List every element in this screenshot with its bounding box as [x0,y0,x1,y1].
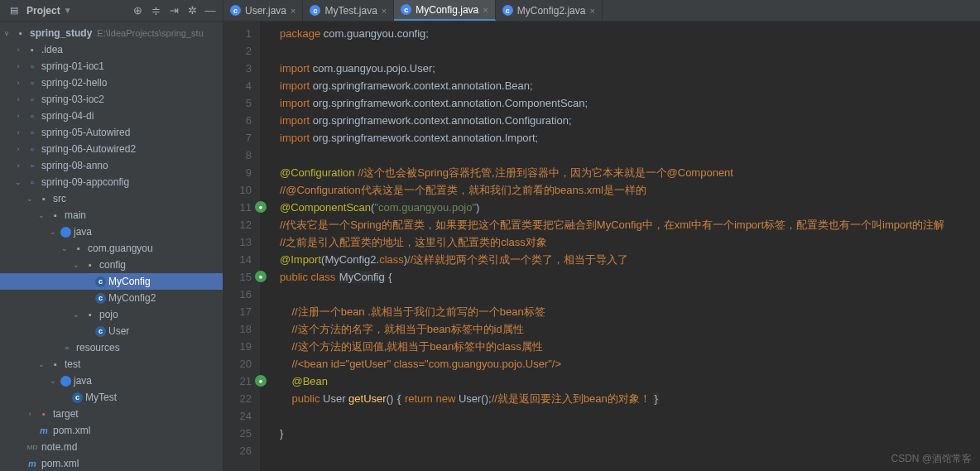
code-line[interactable]: //注册一个bean .就相当于我们之前写的一个bean标签 [280,303,980,320]
chevron-right-icon[interactable]: › [25,410,35,418]
tree-node[interactable]: ⌄▫spring-09-appconfig [0,174,223,190]
tree-node[interactable]: ›▫spring-04-di [0,108,223,124]
target-icon[interactable]: ⊕ [130,3,145,18]
tree-node[interactable]: mpom.xml [0,455,223,471]
tree-node[interactable]: ›▫spring-08-anno [0,157,223,174]
chevron-down-icon[interactable]: ⌄ [60,244,70,252]
tree-node[interactable]: cMyConfig [0,273,223,290]
chevron-down-icon[interactable]: v [2,29,12,37]
tree-node[interactable]: cMyConfig2 [0,290,223,306]
editor-tab[interactable]: cMyConfig2.java× [496,0,603,21]
chevron-right-icon[interactable]: › [13,112,23,120]
editor-tab[interactable]: cMyTest.java× [303,0,394,21]
close-icon[interactable]: × [589,6,594,16]
chevron-down-icon[interactable]: ⌄ [71,310,81,319]
tree-node[interactable]: ›▪.idea [0,41,223,58]
code-line[interactable]: } [280,425,980,442]
tree-node[interactable]: ›▫spring-03-ioc2 [0,91,223,108]
tree-node[interactable]: ›▪target [0,406,223,422]
tree-node[interactable]: cMyTest [0,389,223,406]
code-line[interactable]: import org.springframework.context.annot… [280,77,980,94]
chevron-down-icon[interactable]: ⌄ [36,211,46,219]
tree-root[interactable]: v ▪ spring_study E:\IdeaProjects\spring_… [0,25,223,41]
tree-node[interactable]: ⌄▪src [0,190,223,207]
code-line[interactable]: import org.springframework.context.annot… [280,112,980,129]
code-line[interactable]: @Configuration //这个也会被Spring容器托管,注册到容器中，… [280,164,980,181]
code-line[interactable] [280,286,980,303]
chevron-right-icon[interactable]: › [13,79,23,87]
line-number: 11● [230,199,252,216]
tree-node[interactable]: ⌄▪config [0,257,223,273]
editor-tab[interactable]: cUser.java× [223,0,303,21]
code-lines[interactable]: package com.guangyou.config;import com.g… [260,22,980,471]
chevron-down-icon[interactable]: ⌄ [25,195,35,203]
tree-node[interactable]: ⌄▪main [0,207,223,223]
tree-node[interactable]: ⌄java [0,372,223,389]
code-line[interactable] [280,42,980,60]
settings-icon[interactable]: ✲ [185,3,199,18]
tree-node[interactable]: ›▫spring-01-ioc1 [0,58,223,74]
code-line[interactable]: @ComponentScan("com.guangyou.pojo") [280,199,980,216]
code-line[interactable]: //@Configuration代表这是一个配置类，就和我们之前看的beans.… [280,181,980,199]
chevron-right-icon[interactable]: › [13,95,23,103]
chevron-down-icon[interactable]: ⌄ [36,360,46,368]
code-line[interactable]: import com.guangyou.pojo.User; [280,60,980,77]
mod-icon: ▫ [26,93,39,106]
code-line[interactable]: public class MyConfig { [280,268,980,286]
close-icon[interactable]: × [382,6,387,16]
code-line[interactable]: //这个方法的名字，就相当于bean标签中的id属性 [280,320,980,338]
code-editor[interactable]: 1234567891011●12131415●161718192021●2224… [223,22,980,471]
node-label: target [53,408,79,420]
gutter-bean-icon[interactable]: ● [255,375,267,387]
code-line[interactable]: import org.springframework.context.annot… [280,129,980,147]
close-icon[interactable]: × [291,6,295,16]
chevron-down-icon[interactable]: ⌄ [48,228,58,236]
code-line[interactable]: @Import(MyConfig2.class)//这样就把两个类引成一个类了，… [280,251,980,268]
chevron-right-icon[interactable]: › [13,145,23,153]
project-label[interactable]: Project [26,5,60,17]
close-icon[interactable]: × [483,5,488,15]
chevron-right-icon[interactable]: › [13,128,23,137]
gutter-bean-icon[interactable]: ● [255,271,267,282]
tree-node[interactable]: cUser [0,323,223,339]
hide-icon[interactable]: — [203,3,218,18]
tree-node[interactable]: ⌄▪com.guangyou [0,240,223,257]
chevron-right-icon[interactable]: › [13,46,23,54]
code-line[interactable] [280,407,980,425]
expand-icon[interactable]: ≑ [148,3,163,18]
tree-node[interactable]: ⌄▪test [0,356,223,372]
tree-node[interactable]: MDnote.md [0,439,223,455]
code-line[interactable]: package com.guangyou.config; [280,25,980,42]
tree-node[interactable]: ›▫spring-02-hello [0,74,223,91]
node-label: MyTest [85,392,117,403]
line-number: 14 [230,251,252,268]
chevron-right-icon[interactable]: › [13,62,23,70]
code-line[interactable]: public User getUser() { return new User(… [280,390,980,407]
code-line[interactable]: //<bean id="getUser" class="com.guangyou… [280,355,980,372]
chevron-right-icon[interactable]: › [13,161,23,170]
collapse-icon[interactable]: ⇥ [166,3,181,18]
code-line[interactable] [280,442,980,459]
tree-node[interactable]: mpom.xml [0,422,223,439]
tree-node[interactable]: ›▫spring-06-Autowired2 [0,141,223,157]
node-label: User [108,325,129,337]
code-line[interactable]: import org.springframework.context.annot… [280,94,980,112]
chevron-down-icon[interactable]: ⌄ [71,261,81,269]
gutter-bean-icon[interactable]: ● [255,201,267,213]
code-line[interactable]: @Bean [280,372,980,390]
editor-area: cUser.java×cMyTest.java×cMyConfig.java×c… [223,0,980,471]
tree-node[interactable]: ▫resources [0,339,223,356]
code-line[interactable]: //代表它是一个Spring的配置类，如果要把这个配置类要把它融合到MyConf… [280,216,980,233]
tree-node[interactable]: ⌄▪pojo [0,306,223,323]
code-line[interactable]: //这个方法的返回值,就相当于bean标签中的class属性 [280,338,980,355]
code-line[interactable]: //之前是引入配置类的地址，这里引入配置类的class对象 [280,233,980,251]
tree-node[interactable]: ›▫spring-05-Autowired [0,124,223,141]
tree-node[interactable]: ⌄java [0,223,223,240]
chevron-down-icon[interactable]: ⌄ [48,377,58,385]
code-line[interactable] [280,147,980,164]
dropdown-icon[interactable]: ▼ [64,6,72,15]
editor-tab[interactable]: cMyConfig.java× [394,0,495,21]
project-sidebar: ▤ Project ▼ ⊕ ≑ ⇥ ✲ — v ▪ spring_study E… [0,0,223,471]
pom-icon: m [37,424,50,437]
chevron-down-icon[interactable]: ⌄ [13,178,23,186]
